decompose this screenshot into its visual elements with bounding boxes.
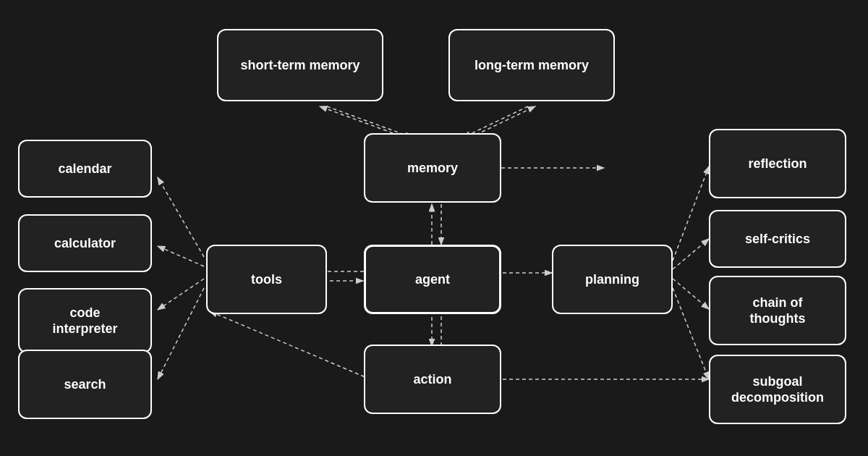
node-calculator: calculator (18, 214, 152, 272)
node-calendar: calendar (18, 140, 152, 198)
svg-line-14 (158, 177, 204, 257)
node-search: search (18, 350, 152, 419)
svg-line-21 (673, 288, 709, 379)
node-action: action (364, 345, 501, 414)
node-agent: agent (364, 245, 501, 314)
node-short-term-memory: short-term memory (217, 29, 383, 101)
svg-line-19 (673, 239, 709, 269)
node-tools: tools (206, 245, 327, 314)
node-reflection: reflection (709, 129, 846, 198)
svg-line-16 (158, 279, 204, 310)
node-memory: memory (364, 133, 501, 203)
svg-line-20 (673, 279, 709, 309)
svg-line-23 (210, 311, 370, 379)
node-chain-of-thoughts: chain of thoughts (709, 276, 846, 345)
node-planning: planning (552, 245, 673, 314)
diagram: short-term memory long-term memory memor… (0, 0, 868, 456)
node-self-critics: self-critics (709, 210, 846, 268)
node-subgoal-decomposition: subgoal decomposition (709, 355, 846, 424)
node-code-interpreter: code interpreter (18, 288, 152, 353)
node-long-term-memory: long-term memory (448, 29, 615, 101)
svg-line-18 (673, 166, 709, 261)
svg-line-15 (158, 246, 204, 266)
svg-line-17 (158, 288, 204, 379)
